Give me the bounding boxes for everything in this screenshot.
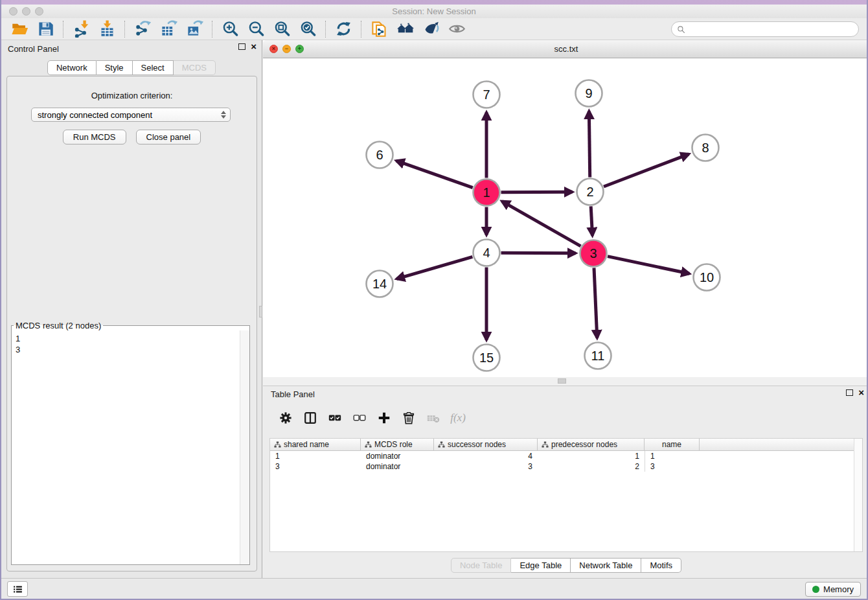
- graph-node-15[interactable]: 15: [474, 345, 500, 371]
- tab-network-table[interactable]: Network Table: [571, 558, 641, 573]
- edge-2-3[interactable]: [591, 206, 592, 235]
- copy-network-icon: [371, 20, 388, 38]
- export-image-button[interactable]: [181, 19, 207, 39]
- maximize-network-button[interactable]: +: [295, 45, 304, 53]
- close-table-panel-icon[interactable]: ×: [858, 389, 864, 396]
- graph-node-7[interactable]: 7: [474, 82, 500, 108]
- graph-node-4[interactable]: 4: [474, 240, 500, 266]
- graph-node-14[interactable]: 14: [367, 271, 393, 297]
- open-button[interactable]: [6, 19, 32, 39]
- criterion-value: strongly connected component: [38, 110, 221, 120]
- edge-1-2[interactable]: [501, 192, 572, 192]
- tab-style[interactable]: Style: [97, 60, 133, 75]
- delete-button[interactable]: [398, 407, 420, 429]
- table-scrollbar[interactable]: [854, 439, 862, 551]
- zoom-window-button[interactable]: [35, 7, 43, 16]
- hide-button[interactable]: [418, 19, 444, 39]
- float-panel-icon[interactable]: [238, 43, 246, 50]
- close-network-button[interactable]: ×: [269, 45, 278, 53]
- column-header-MCDS-role[interactable]: MCDS role: [361, 439, 434, 450]
- export-table-button[interactable]: [155, 19, 181, 39]
- close-panel-button[interactable]: Close panel: [136, 130, 201, 144]
- minimize-window-button[interactable]: [22, 7, 30, 16]
- copy-network-button[interactable]: [366, 19, 392, 39]
- network-window-bottom: [263, 377, 868, 386]
- float-table-panel-icon[interactable]: [846, 389, 853, 396]
- edge-4-3[interactable]: [501, 253, 575, 253]
- table-cell: dominator: [361, 451, 434, 461]
- result-scrollbar[interactable]: [240, 330, 249, 564]
- column-header-shared-name[interactable]: shared name: [270, 439, 361, 450]
- table-tabs: Node TableEdge TableNetwork TableMotifs: [263, 558, 868, 573]
- deselect-all-button[interactable]: [348, 407, 371, 429]
- minimize-network-button[interactable]: −: [282, 45, 291, 53]
- mcds-pane: Optimization criterion: strongly connect…: [6, 76, 257, 571]
- node-label: 9: [585, 86, 592, 100]
- table-row[interactable]: 1dominator411: [270, 451, 862, 461]
- column-header-name[interactable]: name: [645, 439, 700, 450]
- zoom-fit-button[interactable]: [269, 19, 295, 39]
- graph-node-6[interactable]: 6: [367, 142, 393, 168]
- search-input[interactable]: [689, 25, 853, 34]
- zoom-out-button[interactable]: [243, 19, 269, 39]
- toolbar-divider: [361, 21, 361, 38]
- tab-edge-table[interactable]: Edge Table: [511, 558, 571, 573]
- graph-node-10[interactable]: 10: [694, 264, 720, 291]
- graph-node-1[interactable]: 1: [474, 179, 500, 206]
- run-mcds-button[interactable]: Run MCDS: [63, 130, 126, 144]
- column-label: predecessor nodes: [551, 440, 617, 449]
- edge-3-11[interactable]: [594, 268, 597, 338]
- panel-splitter[interactable]: [259, 306, 262, 317]
- zoom-selected-button[interactable]: [295, 19, 321, 39]
- network-canvas[interactable]: 7968124314101511: [263, 58, 868, 377]
- save-button[interactable]: [32, 19, 58, 39]
- memory-button[interactable]: Memory: [805, 582, 861, 597]
- zoom-selected-icon: [299, 20, 317, 38]
- table-cell: 3: [645, 461, 700, 472]
- column-header-predecessor-nodes[interactable]: predecessor nodes: [538, 439, 645, 450]
- eye-button[interactable]: [444, 19, 470, 39]
- table-panel-title: Table Panel: [271, 389, 315, 399]
- gear-button[interactable]: [275, 407, 297, 429]
- task-list-button[interactable]: [7, 581, 28, 597]
- graph-node-9[interactable]: 9: [576, 80, 602, 107]
- edge-2-9[interactable]: [589, 111, 589, 177]
- select-all-button[interactable]: [324, 407, 346, 429]
- columns-button[interactable]: [299, 407, 321, 429]
- import-network-button[interactable]: [68, 19, 94, 39]
- table-cell: 4: [434, 451, 538, 461]
- zoom-in-button[interactable]: [217, 19, 243, 39]
- graph-node-3[interactable]: 3: [580, 240, 607, 267]
- edge-4-14[interactable]: [396, 257, 472, 279]
- node-label: 8: [702, 141, 709, 155]
- edge-3-1[interactable]: [502, 202, 581, 246]
- graph-node-8[interactable]: 8: [692, 135, 719, 161]
- home-button[interactable]: [392, 19, 418, 39]
- table-header-row: shared nameMCDS rolesuccessor nodesprede…: [270, 439, 862, 451]
- refresh-button[interactable]: [330, 19, 356, 39]
- export-network-button[interactable]: [130, 19, 155, 39]
- refresh-icon: [335, 20, 352, 38]
- tab-motifs[interactable]: Motifs: [641, 558, 681, 573]
- toolbar-divider: [63, 21, 63, 38]
- import-table-button[interactable]: [94, 19, 120, 39]
- add-button[interactable]: [373, 407, 395, 429]
- mcds-result-legend: MCDS result (2 nodes): [14, 321, 103, 330]
- column-header-successor-nodes[interactable]: successor nodes: [434, 439, 538, 450]
- resize-grip[interactable]: [558, 378, 566, 384]
- tab-network[interactable]: Network: [47, 60, 97, 75]
- edge-1-6[interactable]: [396, 161, 473, 187]
- edge-3-10[interactable]: [608, 257, 689, 274]
- close-panel-icon[interactable]: ×: [251, 43, 257, 50]
- table-row[interactable]: 3dominator323: [270, 461, 862, 472]
- tab-mcds[interactable]: MCDS: [174, 60, 216, 75]
- tab-node-table[interactable]: Node Table: [451, 558, 512, 573]
- tab-select[interactable]: Select: [133, 60, 174, 75]
- edge-2-8[interactable]: [604, 154, 689, 187]
- close-window-button[interactable]: [9, 7, 17, 16]
- graph-node-11[interactable]: 11: [585, 343, 611, 369]
- graph-node-2[interactable]: 2: [577, 179, 604, 205]
- network-window-titlebar[interactable]: × − + scc.txt: [263, 40, 868, 58]
- save-icon: [37, 20, 54, 38]
- criterion-select[interactable]: strongly connected component: [31, 108, 231, 122]
